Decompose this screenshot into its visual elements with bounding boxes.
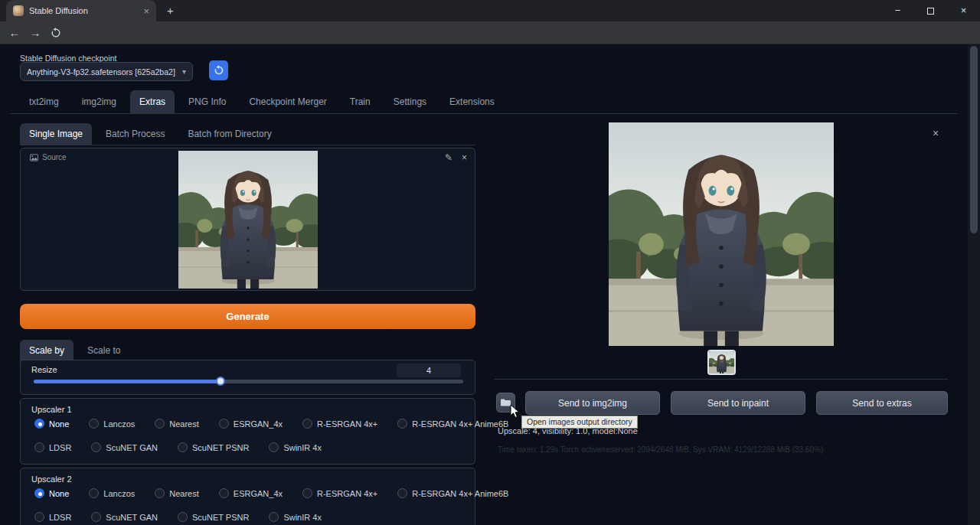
scrollbar-thumb[interactable] [970,46,978,233]
tab-checkpoint-merger[interactable]: Checkpoint Merger [240,90,335,113]
tab-settings[interactable]: Settings [384,90,436,113]
upscaler2-option-scunet-gan[interactable]: ScuNET GAN [91,512,158,522]
edit-image-icon[interactable]: ✎ [445,152,452,163]
maximize-button[interactable] [914,0,947,21]
extras-sub-tab-bar: Single Image Batch Process Batch from Di… [20,122,475,145]
radio-icon [219,419,229,429]
reload-button[interactable] [46,28,66,38]
radio-icon [397,488,407,498]
upscaler1-option-nearest[interactable]: Nearest [155,419,199,429]
resize-slider[interactable] [34,380,463,383]
upscaler2-option-r-esrgan-anime6b[interactable]: R-ESRGAN 4x+ Anime6B [397,488,508,498]
output-divider [494,379,948,380]
source-image-dropzone[interactable]: Source ✎ × [20,148,475,291]
anime-scene-graphic [709,351,734,373]
upscaler1-option-swinir-4x[interactable]: SwinIR 4x [269,442,322,452]
upscaler-1-label: Upscaler 1 [31,405,72,414]
upscaler2-option-none[interactable]: None [34,488,69,498]
resize-label: Resize [31,365,57,374]
radio-icon [34,488,44,498]
minimize-button[interactable]: − [881,0,914,21]
upscaler-2-options-row-1: None Lanczos Nearest ESRGAN_4x R-ESRGAN … [34,488,508,498]
upscaler1-option-esrgan-4x[interactable]: ESRGAN_4x [219,419,283,429]
refresh-checkpoint-button[interactable] [209,60,228,80]
upscaler2-option-lanczos[interactable]: Lanczos [89,488,135,498]
radio-icon [89,419,99,429]
back-button[interactable]: ← [5,21,24,44]
upscaler2-option-esrgan-4x[interactable]: ESRGAN_4x [219,488,283,498]
tab-scale-to[interactable]: Scale to [78,340,129,361]
tab-scale-by[interactable]: Scale by [20,340,74,361]
upscaler-2-options-row-2: LDSR ScuNET GAN ScuNET PSNR SwinIR 4x [34,512,322,522]
tab-close-icon[interactable]: × [143,6,149,16]
tab-train[interactable]: Train [341,90,380,113]
tab-extras[interactable]: Extras [130,90,175,113]
radio-icon [178,442,188,452]
upscaler-1-options-row-2: LDSR ScuNET GAN ScuNET PSNR SwinIR 4x [34,442,322,452]
source-label: Source [42,153,67,161]
source-image[interactable] [178,151,318,289]
anime-scene-graphic [178,151,318,289]
tab-batch-from-directory[interactable]: Batch from Directory [178,123,280,145]
image-icon [30,154,38,161]
main-tab-bar: txt2img img2img Extras PNG Info Checkpoi… [10,90,958,114]
radio-icon [302,488,312,498]
new-tab-button[interactable]: + [167,5,174,17]
checkpoint-dropdown[interactable]: Anything-V3-fp32.safetensors [625a2ba2] … [20,62,193,81]
radio-icon [155,488,165,498]
upscaler1-option-lanczos[interactable]: Lanczos [89,419,135,429]
radio-icon [155,419,165,429]
folder-tooltip: Open images output directory [521,416,638,429]
forward-button[interactable]: → [25,21,45,44]
stable-diffusion-webui: Stable Diffusion checkpoint Anything-V3-… [0,44,968,525]
upscaler2-option-r-esrgan-4x[interactable]: R-ESRGAN 4x+ [302,488,377,498]
mouse-cursor [510,404,520,419]
close-window-button[interactable]: × [947,0,980,21]
tab-extensions[interactable]: Extensions [440,90,504,113]
tab-txt2img[interactable]: txt2img [20,90,68,113]
upscaler1-option-r-esrgan-anime6b[interactable]: R-ESRGAN 4x+ Anime6B [397,419,508,429]
radio-icon [91,512,101,522]
window-controls: − × [881,0,980,21]
browser-titlebar: Stable Diffusion × + − × [0,0,980,21]
upscaler-1-options-row-1: None Lanczos Nearest ESRGAN_4x R-ESRGAN … [34,419,508,429]
send-to-inpaint-button[interactable]: Send to inpaint [671,391,805,415]
upscaler2-option-swinir-4x[interactable]: SwinIR 4x [269,512,322,522]
reload-icon [51,28,61,38]
radio-icon [269,512,279,522]
tab-batch-process[interactable]: Batch Process [96,123,174,145]
radio-icon [219,488,229,498]
radio-icon [178,512,188,522]
tab-img2img[interactable]: img2img [73,90,126,113]
result-thumbnail[interactable] [707,350,736,375]
upscaler-1-panel: Upscaler 1 None Lanczos Nearest ESRGAN_4… [20,398,475,465]
generate-button[interactable]: Generate [20,304,475,329]
tab-png-info[interactable]: PNG Info [179,90,235,113]
upscaler1-option-none[interactable]: None [34,419,69,429]
upscaler1-option-r-esrgan-4x[interactable]: R-ESRGAN 4x+ [302,419,377,429]
upscaler1-option-scunet-gan[interactable]: ScuNET GAN [91,442,158,452]
browser-toolbar: ← → i 127.0.0.1:7860 ★ G ⋮ [0,21,980,44]
performance-info-text: Time taken: 1.29s Torch active/reserved:… [498,445,823,454]
slider-handle[interactable] [216,377,225,386]
upscaler1-option-ldsr[interactable]: LDSR [34,442,71,452]
upscaler-2-panel: Upscaler 2 None Lanczos Nearest ESRGAN_4… [20,468,475,525]
result-image[interactable] [609,122,834,346]
source-actions: ✎ × [445,152,467,163]
anime-scene-graphic [609,122,834,346]
clear-image-icon[interactable]: × [462,152,467,163]
upscaler2-option-scunet-psnr[interactable]: ScuNET PSNR [178,512,249,522]
tab-single-image[interactable]: Single Image [20,123,92,145]
browser-tab[interactable]: Stable Diffusion × [6,0,156,21]
radio-icon [34,512,44,522]
upscaler1-option-scunet-psnr[interactable]: ScuNET PSNR [178,442,249,452]
gallery-close-icon[interactable]: × [933,127,939,139]
send-to-img2img-button[interactable]: Send to img2img [525,391,660,415]
upscaler2-option-ldsr[interactable]: LDSR [34,512,71,522]
upscaler2-option-nearest[interactable]: Nearest [155,488,199,498]
send-to-extras-button[interactable]: Send to extras [816,391,948,415]
resize-value-input[interactable]: 4 [397,364,461,377]
favicon-icon [13,5,24,16]
resize-panel: Resize 4 [20,360,475,395]
radio-icon [91,442,101,452]
